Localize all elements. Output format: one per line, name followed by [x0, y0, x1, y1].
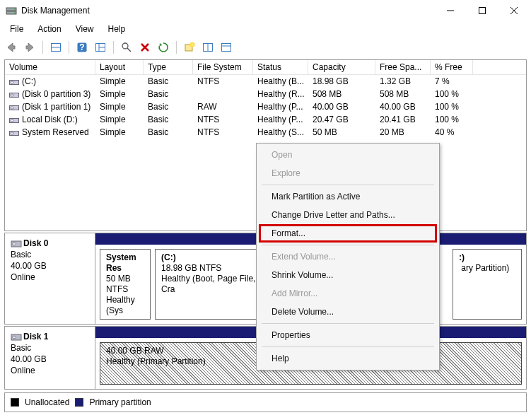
partition[interactable]: (C:)18.98 GB NTFSHealthy (Boot, Page Fil…: [155, 249, 264, 320]
refresh-icon[interactable]: [155, 40, 172, 55]
legend-unallocated: Unallocated: [25, 397, 69, 407]
col-free[interactable]: Free Spa...: [375, 60, 431, 74]
svg-point-2: [14, 8, 16, 10]
menu-view[interactable]: View: [70, 23, 100, 35]
disk-info: Disk 1Basic40.00 GBOnline: [5, 327, 95, 389]
svg-point-30: [11, 107, 14, 109]
partition[interactable]: :) ary Partition): [453, 249, 522, 320]
legend-primary: Primary partition: [89, 397, 151, 407]
col-fs[interactable]: File System: [193, 60, 253, 74]
partition[interactable]: System Res50 MB NTFSHealthy (Sys: [100, 249, 151, 320]
close-button[interactable]: [498, 1, 530, 21]
legend-swatch-primary: [75, 398, 83, 407]
ctx-delete[interactable]: Delete Volume...: [259, 303, 437, 321]
svg-point-3: [14, 12, 16, 13]
back-button[interactable]: [3, 40, 20, 55]
maximize-button[interactable]: [466, 1, 498, 21]
svg-point-26: [11, 81, 14, 83]
svg-point-28: [11, 94, 14, 96]
table-row[interactable]: (C:)SimpleBasicNTFSHealthy (B...18.98 GB…: [5, 75, 526, 88]
menu-help[interactable]: Help: [103, 23, 132, 35]
new-disk-icon[interactable]: [181, 40, 198, 55]
col-type[interactable]: Type: [144, 60, 193, 74]
legend: Unallocated Primary partition: [4, 392, 527, 412]
ctx-mark-active[interactable]: Mark Partition as Active: [259, 187, 437, 206]
svg-point-15: [122, 43, 128, 49]
titlebar: Disk Management: [0, 0, 531, 21]
svg-point-38: [12, 336, 16, 339]
ctx-change-letter[interactable]: Change Drive Letter and Paths...: [259, 206, 437, 224]
ctx-open[interactable]: Open: [259, 146, 437, 164]
volume-list-body: (C:)SimpleBasicNTFSHealthy (B...18.98 GB…: [5, 75, 526, 139]
col-layout[interactable]: Layout: [95, 60, 144, 74]
ctx-mirror[interactable]: Add Mirror...: [259, 284, 437, 303]
window-title: Disk Management: [21, 6, 434, 16]
ctx-help[interactable]: Help: [259, 349, 437, 368]
disk-info: Disk 0Basic40.00 GBOnline: [5, 233, 95, 324]
col-pct[interactable]: % Free: [431, 60, 473, 74]
layout4-icon[interactable]: [218, 40, 235, 55]
col-volume[interactable]: Volume: [5, 60, 95, 74]
svg-rect-5: [479, 8, 485, 14]
svg-point-32: [11, 119, 14, 122]
app-icon: [6, 5, 17, 16]
svg-rect-23: [222, 44, 231, 52]
table-row[interactable]: (Disk 0 partition 3)SimpleBasicHealthy (…: [5, 88, 526, 100]
menu-action[interactable]: Action: [32, 23, 66, 35]
layout1-icon[interactable]: [47, 40, 64, 55]
col-capacity[interactable]: Capacity: [308, 60, 375, 74]
minimize-button[interactable]: [434, 1, 466, 21]
svg-point-34: [11, 132, 14, 134]
ctx-properties[interactable]: Properties: [259, 326, 437, 344]
col-status[interactable]: Status: [253, 60, 308, 74]
menu-file[interactable]: File: [4, 23, 29, 35]
menubar: File Action View Help: [0, 21, 531, 38]
ctx-format[interactable]: Format...: [259, 224, 437, 243]
delete-icon[interactable]: [136, 40, 153, 55]
layout3-icon[interactable]: [199, 40, 216, 55]
legend-swatch-unallocated: [11, 398, 19, 407]
toolbar: ?: [0, 38, 531, 59]
forward-button[interactable]: [21, 40, 38, 55]
table-row[interactable]: Local Disk (D:)SimpleBasicNTFSHealthy (P…: [5, 113, 526, 126]
svg-text:?: ?: [79, 42, 84, 52]
help-icon[interactable]: ?: [74, 40, 91, 55]
ctx-extend[interactable]: Extend Volume...: [259, 247, 437, 266]
ctx-explore[interactable]: Explore: [259, 164, 437, 182]
table-row[interactable]: System ReservedSimpleBasicNTFSHealthy (S…: [5, 126, 526, 139]
volume-list-header: Volume Layout Type File System Status Ca…: [5, 60, 526, 75]
search-icon[interactable]: [118, 40, 135, 55]
layout2-icon[interactable]: [92, 40, 109, 55]
svg-line-16: [127, 48, 131, 52]
ctx-shrink[interactable]: Shrink Volume...: [259, 266, 437, 284]
svg-point-36: [12, 243, 16, 245]
table-row[interactable]: (Disk 1 partition 1)SimpleBasicRAWHealth…: [5, 100, 526, 113]
context-menu: Open Explore Mark Partition as Active Ch…: [256, 143, 440, 371]
